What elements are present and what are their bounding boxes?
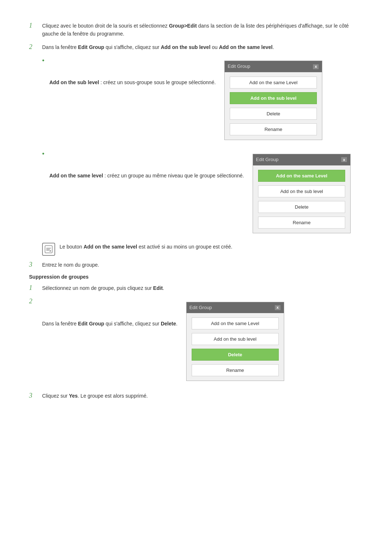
- btn-same-level-same[interactable]: Add on the same Level: [258, 170, 345, 182]
- suppress-step-2: 2 Dans la fenêtre Edit Group qui s'affic…: [29, 297, 363, 387]
- step-2-text-before: Dans la fenêtre: [42, 44, 78, 50]
- btn-same-level-delete[interactable]: Add on the same Level: [192, 317, 279, 329]
- btn-delete-same[interactable]: Delete: [258, 201, 345, 213]
- step-2-text-end: .: [273, 44, 274, 50]
- dialog-title-sub: Edit Group: [228, 63, 250, 70]
- step-2-text-or: ou: [211, 44, 219, 50]
- bullet-sub-label: Add on the sub level: [49, 79, 99, 85]
- step-number-1: 1: [29, 22, 42, 29]
- suppress-step-2-end: .: [176, 320, 177, 326]
- step-3: 3 Entrez le nom du groupe.: [29, 261, 363, 269]
- suppress-step-3-content: Cliquez sur Yes. Le groupe est alors sup…: [42, 392, 363, 400]
- step-3-content: Entrez le nom du groupe.: [42, 261, 363, 269]
- step-1: 1 Cliquez avec le bouton droit de la sou…: [29, 22, 363, 38]
- dialog-sub-level: Edit Group x Add on the same Level Add o…: [224, 61, 322, 140]
- bullet-sub-content: Add on the sub level : créez un sous-gro…: [49, 56, 363, 146]
- step-2: 2 Dans la fenêtre Edit Group qui s'affic…: [29, 43, 363, 51]
- suppress-step-number-3: 3: [29, 392, 42, 399]
- dialog-title-delete: Edit Group: [189, 304, 212, 312]
- suppress-step-1-end: .: [163, 285, 164, 291]
- suppress-step-3: 3 Cliquez sur Yes. Le groupe est alors s…: [29, 392, 363, 400]
- dialog-close-delete[interactable]: x: [274, 305, 281, 311]
- dialog-title-bar-same: Edit Group x: [253, 154, 350, 165]
- suppress-step-number-1: 1: [29, 284, 42, 292]
- btn-rename-same[interactable]: Rename: [258, 217, 345, 229]
- dialog-delete: Edit Group x Add on the same Level Add o…: [186, 302, 284, 381]
- bullet-dot-1: •: [42, 57, 49, 65]
- step-1-text-before: Cliquez avec le bouton droit de la souri…: [42, 23, 169, 29]
- note-text: Le bouton Add on the same level est acti…: [60, 243, 232, 251]
- suppress-step-1-content: Sélectionnez un nom de groupe, puis cliq…: [42, 284, 363, 292]
- suppress-step-3-end: . Le groupe est alors supprimé.: [78, 393, 148, 399]
- step-1-content: Cliquez avec le bouton droit de la souri…: [42, 22, 363, 38]
- dialog-title-bar-delete: Edit Group x: [187, 302, 284, 313]
- dialog-same-level: Edit Group x Add on the same Level Add o…: [253, 154, 351, 233]
- suppress-step-2-bold1: Edit Group: [78, 320, 104, 326]
- dialog-close-same[interactable]: x: [341, 157, 347, 163]
- dialog-close-sub[interactable]: x: [313, 64, 319, 70]
- note-prefix: Le bouton: [60, 244, 83, 250]
- bullet-dot-2: •: [42, 150, 49, 158]
- bullet-sub-text: : créez un sous-groupe sous le groupe sé…: [99, 79, 216, 85]
- suppress-step-2-bold2: Delete: [161, 320, 176, 326]
- section-heading-text: Suppression de groupes: [29, 274, 89, 280]
- suppress-step-number-2: 2: [29, 297, 42, 305]
- dialog-title-same: Edit Group: [256, 156, 278, 164]
- btn-rename-sub[interactable]: Rename: [230, 123, 317, 135]
- bullet-same-text: : créez un groupe au même niveau que le …: [103, 173, 244, 178]
- bullet-same-level: • Add on the same level : créez un group…: [42, 149, 363, 239]
- suppress-step-2-mid: qui s'affiche, cliquez sur: [104, 320, 161, 326]
- dialog-box-sub: Edit Group x Add on the same Level Add o…: [224, 61, 322, 140]
- dialog-body-sub: Add on the same Level Add on the sub lev…: [225, 72, 322, 140]
- section-heading: Suppression de groupes: [29, 274, 363, 280]
- suppress-step-3-bold: Yes: [69, 393, 78, 399]
- btn-same-level-sub[interactable]: Add on the same Level: [230, 77, 317, 89]
- step-2-content: Dans la fenêtre Edit Group qui s'affiche…: [42, 43, 363, 51]
- step-2-bold3: Add on the same level: [219, 44, 273, 50]
- btn-sub-level-same[interactable]: Add on the sub level: [258, 185, 345, 197]
- bullet-same-label: Add on the same level: [49, 173, 103, 178]
- suppress-step-2-before: Dans la fenêtre: [42, 320, 78, 326]
- bullet-same-content: Add on the same level : créez un groupe …: [49, 149, 363, 239]
- suppress-step-1-bold: Edit: [153, 285, 163, 291]
- step-number-3: 3: [29, 261, 42, 268]
- dialog-title-bar-sub: Edit Group x: [225, 61, 322, 72]
- note-icon: [42, 243, 55, 256]
- step-1-bold1: Group>Edit: [169, 23, 197, 29]
- btn-delete-sub[interactable]: Delete: [230, 108, 317, 120]
- btn-sub-level-sub[interactable]: Add on the sub level: [230, 92, 317, 104]
- suppress-step-1-before: Sélectionnez un nom de groupe, puis cliq…: [42, 285, 153, 291]
- dialog-body-delete: Add on the same Level Add on the sub lev…: [187, 313, 284, 381]
- suppress-step-3-before: Cliquez sur: [42, 393, 69, 399]
- bullet-sub-level: • Add on the sub level : créez un sous-g…: [42, 56, 363, 146]
- note-bold: Add on the same level: [83, 244, 137, 250]
- btn-rename-delete[interactable]: Rename: [192, 364, 279, 376]
- note-box: Le bouton Add on the same level est acti…: [42, 243, 363, 256]
- suppress-step-1: 1 Sélectionnez un nom de groupe, puis cl…: [29, 284, 363, 292]
- dialog-box-delete: Edit Group x Add on the same Level Add o…: [186, 302, 284, 381]
- note-suffix: est activé si au moins un groupe est cré…: [137, 244, 232, 250]
- step-2-bold1: Edit Group: [78, 44, 104, 50]
- btn-sub-level-delete[interactable]: Add on the sub level: [192, 333, 279, 345]
- step-3-text: Entrez le nom du groupe.: [42, 262, 99, 268]
- suppress-step-2-content: Dans la fenêtre Edit Group qui s'affiche…: [42, 297, 363, 387]
- dialog-body-same: Add on the same Level Add on the sub lev…: [253, 165, 350, 233]
- step-number-2: 2: [29, 43, 42, 51]
- dialog-box-same: Edit Group x Add on the same Level Add o…: [253, 154, 351, 233]
- btn-delete-delete[interactable]: Delete: [192, 349, 279, 361]
- step-2-bold2: Add on the sub level: [161, 44, 211, 50]
- step-2-text-mid: qui s'affiche, cliquez sur: [104, 44, 161, 50]
